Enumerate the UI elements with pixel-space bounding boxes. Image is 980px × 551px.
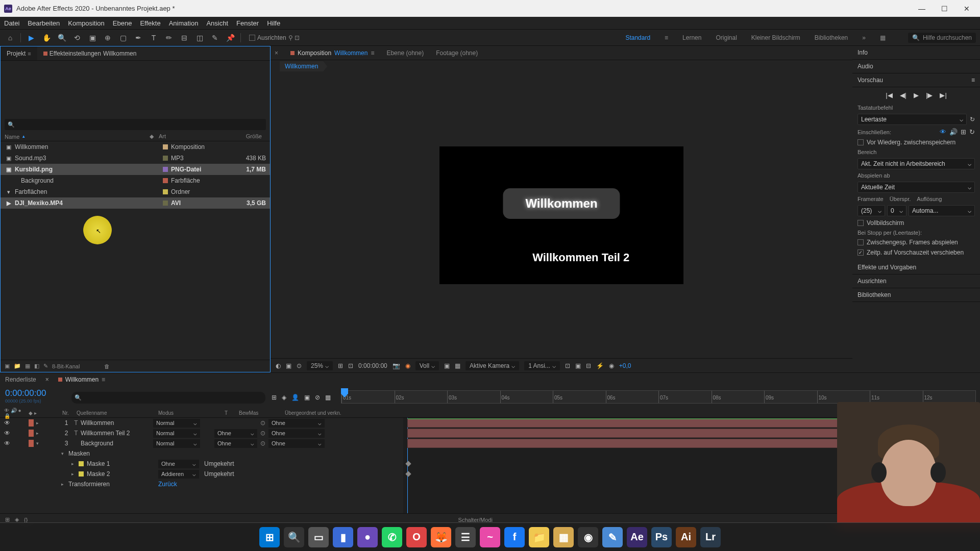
views-dropdown[interactable]: 1 Ansi...⌵: [524, 361, 560, 370]
current-timecode[interactable]: 0:00:00:00: [5, 388, 66, 398]
shape-tool-icon[interactable]: ▢: [117, 32, 129, 44]
menu-bearbeiten[interactable]: Bearbeiten: [28, 19, 60, 27]
panel-info[interactable]: Info: [857, 49, 868, 56]
panel-audio[interactable]: Audio: [857, 63, 873, 70]
menu-ansicht[interactable]: Ansicht: [206, 19, 228, 27]
cached-frames-checkbox[interactable]: [857, 239, 864, 245]
transform-group[interactable]: ▸TransformierenZurück: [0, 479, 403, 489]
shortcut-dropdown[interactable]: Leertaste⌵: [857, 114, 967, 125]
interpret-icon[interactable]: ▣: [5, 363, 10, 369]
menu-animation[interactable]: Animation: [169, 19, 199, 27]
resolution-preview-dropdown[interactable]: Automa...⌵: [909, 205, 975, 216]
project-item[interactable]: ▣Kursbild.pngPNG-Datei1,7 MB: [1, 164, 270, 175]
pen-tool-icon[interactable]: ✒: [132, 32, 144, 44]
tab-close-x[interactable]: ×: [45, 376, 49, 383]
help-search[interactable]: 🔍Hilfe durchsuchen: [908, 33, 976, 43]
view1-icon[interactable]: ⊡: [565, 362, 570, 369]
channel-icon[interactable]: ◉: [405, 362, 410, 369]
menu-effekte[interactable]: Effekte: [140, 19, 160, 27]
puppet-tool-icon[interactable]: 📌: [224, 32, 236, 44]
viewer-time[interactable]: 0:00:00:00: [358, 362, 387, 369]
col-size-header[interactable]: Größe: [230, 133, 266, 140]
view2-icon[interactable]: ▣: [575, 362, 581, 369]
frame-blend-icon[interactable]: ▣: [304, 394, 310, 401]
panel-vorschau[interactable]: Vorschau: [857, 77, 883, 84]
layer-row[interactable]: 👁▸1TWillkommenNormal⌵⊙Ohne⌵: [0, 418, 403, 428]
col-art-header[interactable]: Art: [159, 133, 230, 140]
grid-icon[interactable]: ⊞: [338, 362, 343, 369]
menu-hilfe[interactable]: Hilfe: [267, 19, 280, 27]
text-tool-icon[interactable]: T: [148, 32, 160, 44]
play-icon[interactable]: ▶: [914, 91, 919, 99]
playfrom-dropdown[interactable]: Aktuelle Zeit⌵: [857, 182, 975, 193]
skip-dropdown[interactable]: 0⌵: [887, 205, 906, 216]
zoom-dropdown[interactable]: 25%⌵: [307, 361, 333, 370]
switches-modes[interactable]: Schalter/Modi: [33, 517, 918, 523]
tab-komposition[interactable]: KompositionWillkommen≡: [290, 49, 374, 57]
workspace-more-icon[interactable]: »: [862, 34, 866, 41]
zoom-tool-icon[interactable]: 🔍: [56, 32, 68, 44]
taskbar-app-icon[interactable]: Lr: [700, 527, 721, 547]
brush-tool-icon[interactable]: ✏: [163, 32, 175, 44]
toggle3-icon[interactable]: {}: [24, 517, 28, 523]
project-item[interactable]: ▣Sound.mp3MP3438 KB: [1, 153, 270, 164]
taskbar-app-icon[interactable]: 📁: [529, 527, 549, 547]
clone-tool-icon[interactable]: ⊟: [178, 32, 190, 44]
project-item[interactable]: ▶DJI_Mexiko.MP4AVI3,5 GB: [1, 197, 270, 209]
taskbar-app-icon[interactable]: ☰: [455, 527, 476, 547]
last-frame-icon[interactable]: ▶|: [940, 91, 946, 99]
taskbar-app-icon[interactable]: Ai: [676, 527, 696, 547]
taskbar-app-icon[interactable]: ⊞: [259, 527, 280, 547]
move-time-checkbox[interactable]: [857, 249, 864, 256]
panel-ausrichten[interactable]: Ausrichten: [857, 278, 887, 285]
workspace-lernen[interactable]: Lernen: [682, 34, 701, 41]
range-dropdown[interactable]: Akt. Zeit nicht in Arbeitsbereich⌵: [857, 158, 975, 169]
taskbar-app-icon[interactable]: ●: [357, 527, 378, 547]
region-icon[interactable]: ▣: [444, 362, 450, 369]
anchor-tool-icon[interactable]: ⊕: [102, 32, 114, 44]
maximize-icon[interactable]: ☐: [939, 4, 949, 14]
audio-icon[interactable]: 🔊: [949, 128, 958, 136]
fullscreen-checkbox[interactable]: [857, 220, 864, 226]
taskbar-app-icon[interactable]: f: [504, 527, 525, 547]
taskbar-app-icon[interactable]: 🦊: [431, 527, 451, 547]
layer-row[interactable]: 👁▸2TWillkommen Teil 2Normal⌵Ohne⌵⊙Ohne⌵: [0, 428, 403, 438]
tab-renderliste[interactable]: Renderliste: [5, 376, 36, 383]
col-name-header[interactable]: Name: [5, 134, 19, 140]
graph-editor-icon[interactable]: ▦: [325, 394, 331, 401]
workspace-kleiner[interactable]: Kleiner Bildschirm: [751, 34, 800, 41]
snapshot-icon[interactable]: 📷: [393, 362, 400, 369]
layer-row[interactable]: 👁▾3BackgroundNormal⌵Ohne⌵⊙Ohne⌵: [0, 438, 403, 448]
comp-mini-flowchart-icon[interactable]: ⊞: [272, 394, 277, 401]
selection-tool-icon[interactable]: ▶: [25, 32, 37, 44]
alpha-icon[interactable]: ◐: [276, 362, 281, 369]
script-icon[interactable]: ✎: [43, 363, 48, 369]
camera-dropdown[interactable]: Aktive Kamera⌵: [465, 361, 519, 370]
video-icon[interactable]: 👁: [940, 128, 946, 136]
panel-effekte[interactable]: Effekte und Vorgaben: [857, 264, 916, 271]
trash-icon[interactable]: 🗑: [104, 363, 110, 369]
tab-ebene[interactable]: Ebene (ohne): [386, 49, 424, 57]
res-icon[interactable]: ▣: [286, 362, 291, 369]
panel-menu-icon[interactable]: ≡: [971, 77, 975, 84]
loop-icon[interactable]: ↻: [969, 128, 975, 136]
exposure-value[interactable]: +0,0: [619, 362, 631, 369]
cache-checkbox[interactable]: [857, 139, 864, 145]
label-col-icon[interactable]: ◆: [150, 133, 154, 139]
guides-icon[interactable]: ⊡: [348, 362, 353, 369]
timeline-search-input[interactable]: [71, 392, 265, 404]
workspace-bibliotheken[interactable]: Bibliotheken: [815, 34, 848, 41]
orbit-tool-icon[interactable]: ⟲: [71, 32, 83, 44]
taskbar-app-icon[interactable]: ▦: [553, 527, 574, 547]
composition-viewer[interactable]: Willkommen Willkommen Teil 2: [271, 72, 852, 358]
taskbar-app-icon[interactable]: Ae: [627, 527, 647, 547]
comp-tab-close[interactable]: ×: [275, 49, 278, 57]
taskbar-app-icon[interactable]: ✎: [602, 527, 623, 547]
taskbar-app-icon[interactable]: ▭: [308, 527, 329, 547]
new-comp-icon[interactable]: ▦: [25, 363, 30, 369]
tab-projekt[interactable]: Projekt≡: [1, 46, 37, 60]
reset-icon[interactable]: ↻: [970, 116, 975, 123]
project-item[interactable]: BackgroundFarbfläche: [1, 175, 270, 186]
mask-row[interactable]: ▸Maske 2Addieren⌵Umgekehrt: [0, 469, 403, 479]
mask-row[interactable]: ▸Maske 1Ohne⌵Umgekehrt: [0, 459, 403, 469]
